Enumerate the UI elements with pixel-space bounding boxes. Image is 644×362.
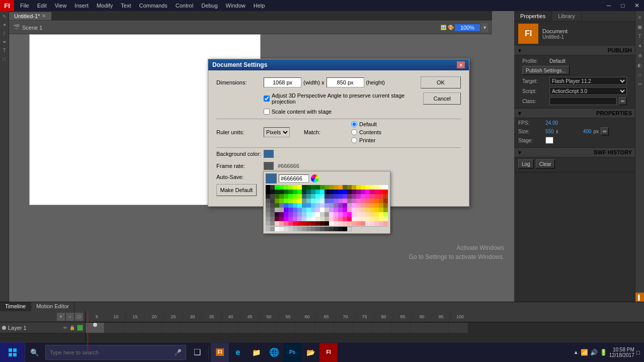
cc[interactable] — [275, 221, 279, 226]
cc[interactable] — [352, 199, 356, 203]
cc[interactable] — [365, 212, 370, 217]
add-layer-btn[interactable]: + — [57, 313, 65, 321]
cc[interactable] — [347, 203, 352, 208]
taskbar-app-chrome[interactable]: 🌐 — [265, 343, 283, 362]
cc[interactable] — [302, 221, 306, 226]
cc[interactable] — [374, 208, 379, 212]
cc[interactable] — [365, 217, 370, 221]
taskbar-app-photoshop[interactable]: Ps — [283, 343, 301, 362]
color-cell[interactable] — [352, 185, 356, 190]
taskbar-app-flash[interactable]: FI — [211, 343, 229, 362]
cc[interactable] — [329, 194, 334, 199]
cc[interactable] — [356, 208, 361, 212]
tab-library[interactable]: Library — [552, 11, 582, 21]
cc[interactable] — [306, 199, 311, 203]
cc[interactable] — [302, 199, 306, 203]
taskbar-app-edge[interactable]: e — [229, 343, 247, 362]
cc[interactable] — [284, 221, 288, 226]
cc[interactable] — [379, 199, 383, 203]
cc[interactable] — [311, 199, 315, 203]
clear-button[interactable]: Clear — [536, 159, 555, 168]
cc[interactable] — [383, 217, 388, 221]
frame-cell-12[interactable] — [296, 323, 315, 333]
cc[interactable] — [352, 208, 356, 212]
cc[interactable] — [279, 199, 284, 203]
color-cell[interactable] — [325, 185, 329, 190]
cc[interactable] — [352, 217, 356, 221]
color-cell[interactable] — [320, 185, 325, 190]
delete-layer-btn[interactable]: − — [66, 313, 74, 321]
cc[interactable] — [270, 194, 275, 199]
cc[interactable] — [356, 194, 361, 199]
publish-settings-btn[interactable]: Publish Settings... — [522, 66, 570, 75]
cc[interactable] — [320, 190, 325, 194]
cc[interactable] — [338, 190, 343, 194]
frame-cell-7[interactable] — [200, 323, 219, 333]
tab-untitled[interactable]: Untitled-1* ✕ — [9, 12, 51, 20]
cc[interactable] — [315, 217, 320, 221]
cc[interactable] — [325, 194, 329, 199]
add-folder-btn[interactable]: □ — [75, 313, 83, 321]
cc[interactable] — [361, 208, 365, 212]
cc[interactable] — [266, 221, 270, 226]
cc[interactable] — [325, 227, 329, 231]
frame-cell-19[interactable] — [430, 323, 449, 333]
cc[interactable] — [329, 221, 334, 226]
frame-rate-swatch[interactable] — [264, 162, 274, 170]
cc[interactable] — [293, 203, 297, 208]
cc[interactable] — [306, 208, 311, 212]
rs-icon-7[interactable]: ⌂ — [636, 70, 644, 78]
cc[interactable] — [288, 217, 293, 221]
color-spectrum-btn[interactable] — [311, 174, 319, 183]
make-default-button[interactable]: Make Default — [216, 184, 257, 196]
cc-transparent[interactable] — [347, 227, 352, 231]
target-select[interactable]: Flash Player 11.2 — [549, 77, 627, 85]
cc[interactable] — [334, 217, 338, 221]
cc[interactable] — [302, 208, 306, 212]
cc[interactable] — [365, 208, 370, 212]
cc[interactable] — [288, 212, 293, 217]
cc[interactable] — [338, 212, 343, 217]
cc[interactable] — [329, 208, 334, 212]
cc[interactable] — [325, 199, 329, 203]
taskbar-app-files[interactable]: 📂 — [301, 343, 319, 362]
menu-view[interactable]: View — [51, 2, 71, 10]
color-cell[interactable] — [297, 185, 302, 190]
tool-shape[interactable]: □ — [1, 55, 8, 62]
cc[interactable] — [347, 199, 352, 203]
cc[interactable] — [297, 212, 302, 217]
cc[interactable] — [293, 190, 297, 194]
cc[interactable] — [334, 212, 338, 217]
cc[interactable] — [302, 212, 306, 217]
cc[interactable] — [284, 227, 288, 231]
cc[interactable] — [306, 203, 311, 208]
stage-color-swatch[interactable] — [545, 137, 553, 144]
cc[interactable] — [383, 221, 388, 226]
cc[interactable] — [293, 217, 297, 221]
cc[interactable] — [365, 190, 370, 194]
cc[interactable] — [279, 190, 284, 194]
cc[interactable] — [311, 212, 315, 217]
cc[interactable] — [356, 190, 361, 194]
cc[interactable] — [315, 190, 320, 194]
tab-timeline[interactable]: Timeline — [0, 302, 31, 311]
cc[interactable] — [284, 217, 288, 221]
color-cell[interactable] — [279, 185, 284, 190]
cc[interactable] — [343, 203, 347, 208]
cc[interactable] — [266, 199, 270, 203]
frame-cell-18[interactable] — [411, 323, 430, 333]
frame-cell-4[interactable] — [143, 323, 162, 333]
color-cell[interactable] — [338, 185, 343, 190]
cc[interactable] — [383, 190, 388, 194]
cc[interactable] — [370, 190, 374, 194]
cc[interactable] — [356, 203, 361, 208]
size-edit-btn[interactable]: ✏ — [601, 127, 609, 135]
color-cell[interactable] — [343, 185, 347, 190]
checkbox-scale[interactable] — [264, 109, 270, 115]
cc[interactable] — [370, 217, 374, 221]
cc[interactable] — [311, 190, 315, 194]
rs-icon-8[interactable]: ✂ — [636, 80, 644, 88]
cc[interactable] — [361, 194, 365, 199]
color-cell[interactable] — [293, 185, 297, 190]
cc[interactable] — [370, 221, 374, 226]
